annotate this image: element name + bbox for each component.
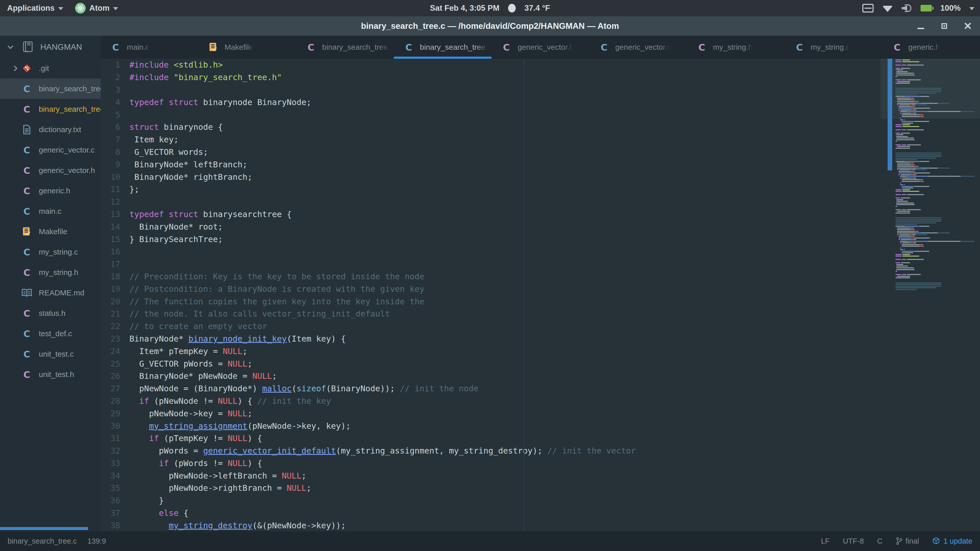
tab-Makefile[interactable]: Makefile [199,36,296,59]
line-number[interactable]: 36 [101,495,129,505]
cursor-position[interactable]: 139:9 [88,537,106,545]
tab-my_string.c[interactable]: Cmy_string.c [784,36,882,59]
line-number[interactable]: 6 [101,122,129,132]
line-number[interactable]: 7 [101,135,129,144]
line-number[interactable]: 8 [101,147,129,157]
code-text: Item* pTempKey = NULL; [129,346,247,356]
tree-item-binary_search_tree.c[interactable]: Cbinary_search_tree.c [0,79,101,99]
line-number[interactable]: 17 [101,259,129,269]
close-button[interactable]: ✕ [962,21,974,32]
minimap-row [892,287,980,288]
line-number[interactable]: 15 [101,234,129,244]
battery-percent: 100% [940,3,961,13]
line-number[interactable]: 29 [101,409,129,418]
tab-generic_vector.c[interactable]: Cgeneric_vector.c [589,36,687,59]
line-ending-indicator[interactable]: LF [821,537,830,545]
tree-item-dictionary.txt[interactable]: dictionary.txt [0,119,101,140]
clock-weather[interactable]: Sat Feb 4, 3:05 PM 37.4 °F [430,3,550,13]
minimize-button[interactable] [915,21,926,32]
tab-binary_search_tree.c[interactable]: Cbinary_search_tree.c [394,36,492,59]
system-tray[interactable]: 100% [862,3,974,13]
line-number[interactable]: 1 [101,60,129,70]
line-number[interactable]: 35 [101,483,129,493]
line-number[interactable]: 24 [101,346,129,356]
line-number[interactable]: 38 [101,521,129,530]
line-number[interactable]: 37 [101,508,129,518]
line-number[interactable]: 5 [101,110,129,120]
minimap-row [892,136,980,137]
minimap[interactable] [892,59,980,531]
tree-item-test_def.c[interactable]: Ctest_def.c [0,324,101,344]
minimap-row [892,204,980,205]
c-source-file-icon: C [24,145,30,156]
tree-item-my_string.h[interactable]: Cmy_string.h [0,262,101,283]
tree-item-unit_test.h[interactable]: Cunit_test.h [0,364,101,385]
line-number[interactable]: 11 [101,184,129,194]
package-updates[interactable]: 1 update [932,537,972,545]
line-number[interactable]: 22 [101,321,129,331]
line-number[interactable]: 28 [101,396,129,406]
line-number[interactable]: 2 [101,73,129,82]
maximize-button[interactable] [939,21,950,32]
line-number[interactable]: 27 [101,384,129,393]
line-number[interactable]: 20 [101,297,129,306]
tab-generic_vector.h[interactable]: Cgeneric_vector.h [492,36,589,59]
tree-item-generic_vector.h[interactable]: Cgeneric_vector.h [0,160,101,181]
tree-item-binary_search_tree.h[interactable]: Cbinary_search_tree.h [0,99,101,119]
tree-item-README.md[interactable]: README.md [0,283,101,303]
line-number[interactable]: 21 [101,309,129,319]
line-number[interactable]: 30 [101,421,129,431]
minimap-row [892,164,980,165]
line-number[interactable]: 26 [101,371,129,381]
encoding-indicator[interactable]: UTF-8 [843,537,864,545]
tab-generic.h[interactable]: Cgeneric.h [882,36,980,59]
editor-scrollbar-thumb[interactable] [888,59,892,170]
minimap-row [892,267,980,268]
git-branch-indicator[interactable]: final [896,537,919,545]
minimap-row [892,244,980,245]
code-line-7: 7 Item key; [101,133,980,146]
applications-menu[interactable]: Applications [7,3,63,13]
tree-item-unit_test.c[interactable]: Cunit_test.c [0,344,101,364]
tab-my_string.h[interactable]: Cmy_string.h [687,36,785,59]
line-number[interactable]: 33 [101,458,129,468]
atom-app-menu[interactable]: Atom [75,3,118,14]
minimap-row [892,113,980,114]
minimap-row [892,152,980,154]
grammar-indicator[interactable]: C [877,537,883,545]
minimap-row [892,289,980,290]
c-header-file-icon: C [24,186,30,196]
line-number[interactable]: 32 [101,446,129,456]
line-number[interactable]: 10 [101,172,129,182]
line-number[interactable]: 16 [101,247,129,256]
tree-item-status.h[interactable]: Cstatus.h [0,303,101,324]
tab-main.c[interactable]: Cmain.c [101,36,199,59]
sidebar-horizontal-scrollbar[interactable] [0,527,88,530]
tree-item-label: main.c [39,207,61,216]
text-editor[interactable]: 1#include <stdlib.h>2#include "binary_se… [101,59,980,531]
tree-item-Makefile[interactable]: Makefile [0,221,101,242]
line-number[interactable]: 3 [101,85,129,95]
line-number[interactable]: 9 [101,160,129,169]
project-root[interactable]: HANGMAN [0,36,101,58]
line-number[interactable]: 34 [101,471,129,481]
tree-item-my_string.c[interactable]: Cmy_string.c [0,242,101,262]
minimap-row [892,234,980,235]
tree-item-generic_vector.c[interactable]: Cgeneric_vector.c [0,140,101,160]
minimap-row [892,110,980,110]
line-number[interactable]: 19 [101,284,129,294]
minimap-row [892,274,980,275]
line-number[interactable]: 14 [101,222,129,232]
line-number[interactable]: 18 [101,272,129,281]
tree-item-.git[interactable]: .git [0,58,101,79]
tree-item-main.c[interactable]: Cmain.c [0,201,101,221]
line-number[interactable]: 23 [101,334,129,344]
minimap-row [892,231,980,232]
line-number[interactable]: 13 [101,210,129,219]
line-number[interactable]: 31 [101,433,129,443]
line-number[interactable]: 4 [101,97,129,107]
line-number[interactable]: 25 [101,359,129,368]
tab-binary_search_tree.h[interactable]: Cbinary_search_tree.h [296,36,394,59]
tree-item-generic.h[interactable]: Cgeneric.h [0,181,101,201]
line-number[interactable]: 12 [101,197,129,206]
